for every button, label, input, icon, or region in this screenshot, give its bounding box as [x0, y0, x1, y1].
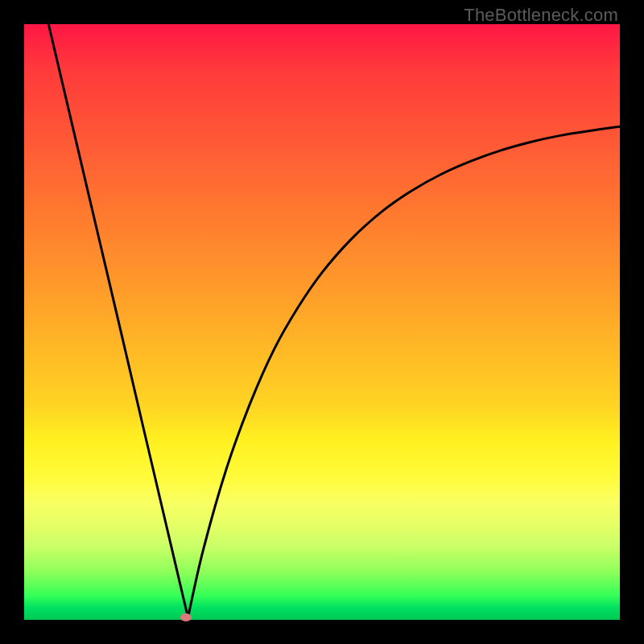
- optimal-point-marker: [180, 613, 192, 621]
- curve-path: [48, 24, 620, 617]
- bottleneck-curve: [24, 24, 620, 620]
- watermark-text: TheBottleneck.com: [464, 5, 618, 26]
